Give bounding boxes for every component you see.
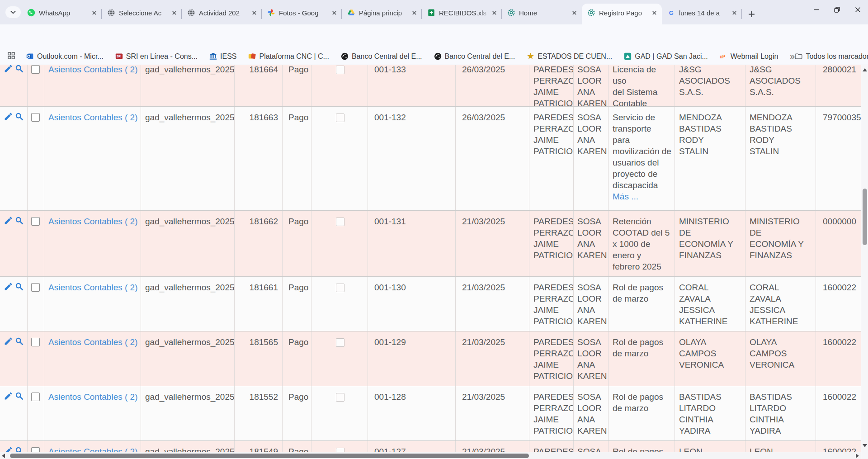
fingads-gear-icon — [507, 9, 515, 17]
status-checkbox[interactable] — [336, 393, 344, 402]
tab-recibidos[interactable]: RECIBIDOS.xls — [422, 4, 502, 24]
tab-seleccione[interactable]: Seleccione Ac — [102, 4, 182, 24]
bookmark-iess[interactable]: IESS — [209, 52, 236, 61]
edit-icon[interactable] — [4, 216, 13, 225]
edit-icon[interactable] — [4, 65, 13, 73]
all-bookmarks-button[interactable]: Todos los marcadores — [795, 52, 868, 61]
status-checkbox[interactable] — [336, 218, 344, 226]
bookmark-banco-central-2[interactable]: Banco Central del E... — [434, 52, 515, 61]
scroll-right-icon[interactable] — [855, 454, 859, 458]
tab-close-icon[interactable] — [490, 9, 498, 17]
elaborado-cell: PAREDES PERRAZO JAIME PATRICIO — [533, 336, 571, 382]
svg-text:G: G — [669, 9, 674, 16]
date-cell: 26/03/2025 — [462, 112, 526, 123]
tab-close-icon[interactable] — [570, 9, 578, 17]
beneficiario2-cell: MINISTERIO DE ECONOMÍA Y FINANZAS — [750, 216, 813, 261]
bookmark-banco-central-1[interactable]: Banco Central del E... — [341, 52, 422, 61]
asientos-contables-link[interactable]: Asientos Contables ( 2) — [48, 283, 138, 292]
bookmark-outlook[interactable]: Outlook.com - Micr... — [26, 52, 104, 61]
aprobado-cell: SOSA LOOR ANA KAREN — [577, 282, 605, 327]
edit-icon[interactable] — [4, 112, 13, 121]
tab-close-icon[interactable] — [90, 9, 98, 17]
apps-grid-icon[interactable] — [7, 52, 15, 62]
asientos-contables-link[interactable]: Asientos Contables ( 2) — [48, 217, 138, 226]
bookmark-label: Banco Central del E... — [352, 52, 422, 61]
status-checkbox[interactable] — [336, 284, 344, 292]
scroll-down-icon[interactable] — [863, 443, 867, 448]
vertical-scrollbar-thumb[interactable] — [863, 189, 867, 245]
scroll-left-icon[interactable] — [1, 454, 6, 458]
tab-close-icon[interactable] — [250, 9, 258, 17]
beneficiario2-cell: CORAL ZAVALA JESSICA KATHERINE — [750, 282, 813, 327]
window-minimize-button[interactable] — [806, 0, 826, 19]
elaborado-cell: PAREDES PERRAZO JAIME PATRICIO — [533, 65, 571, 106]
horizontal-scrollbar-thumb[interactable] — [10, 454, 529, 458]
tab-title: RECIBIDOS.xls — [439, 9, 490, 17]
bookmark-sri[interactable]: SRI SRI en Línea - Cons... — [115, 52, 198, 61]
id-cell: 181661 — [239, 282, 278, 293]
tab-close-icon[interactable] — [730, 9, 738, 17]
beneficiario-cell: MENDOZA BASTIDAS RODY STALIN — [679, 112, 742, 157]
tab-actividad[interactable]: Actividad 202 — [182, 4, 262, 24]
tab-close-icon[interactable] — [170, 9, 178, 17]
row-checkbox[interactable] — [31, 65, 40, 74]
edit-icon[interactable] — [4, 391, 13, 401]
bookmark-webmail[interactable]: cP Webmail Login — [720, 52, 778, 61]
gold-star-icon — [527, 52, 534, 60]
new-tab-button[interactable] — [745, 8, 758, 20]
tab-whatsapp[interactable]: WhatsApp — [22, 4, 102, 24]
tab-registro-pago-active[interactable]: Registro Pago — [582, 4, 662, 24]
tab-pagina-principal[interactable]: Página princip — [342, 4, 422, 24]
table-row: Asientos Contables ( 2) gad_vallehermos_… — [0, 386, 861, 441]
bookmark-cnc[interactable]: Plataforma CNC | C... — [248, 52, 329, 61]
asientos-contables-link[interactable]: Asientos Contables ( 2) — [48, 337, 138, 347]
bookmark-gad[interactable]: GAD | GAD San Jaci... — [624, 52, 708, 61]
tab-search-button[interactable] — [5, 6, 21, 18]
search-icon[interactable] — [14, 216, 24, 225]
type-cell: Pago — [288, 65, 308, 75]
window-close-button[interactable] — [847, 0, 868, 19]
entity-cell: gad_vallehermos_2025 — [145, 391, 231, 402]
scroll-up-icon[interactable] — [863, 68, 867, 72]
type-cell: Pago — [288, 391, 308, 402]
elaborado-cell: PAREDES PERRAZO JAIME PATRICIO — [533, 112, 571, 157]
date-cell: 21/03/2025 — [462, 216, 526, 227]
asientos-contables-link[interactable]: Asientos Contables ( 2) — [48, 392, 138, 402]
tab-close-icon[interactable] — [650, 9, 658, 17]
asientos-contables-link[interactable]: Asientos Contables ( 2) — [48, 113, 138, 122]
status-checkbox[interactable] — [336, 66, 344, 74]
bookmarks-overflow-chevron[interactable]: » — [790, 51, 795, 62]
search-icon[interactable] — [14, 336, 24, 346]
horizontal-scrollbar[interactable] — [0, 452, 861, 459]
tab-title: Fotos - Goog — [279, 9, 330, 17]
row-checkbox[interactable] — [31, 217, 40, 226]
search-icon[interactable] — [14, 112, 24, 121]
status-checkbox[interactable] — [336, 114, 344, 122]
tab-lunes[interactable]: G lunes 14 de a — [662, 4, 742, 24]
edit-icon[interactable] — [4, 336, 13, 346]
date-cell: 21/03/2025 — [462, 282, 526, 293]
descripcion-cell: Rol de pagos de marzo — [613, 282, 672, 304]
row-checkbox[interactable] — [31, 393, 40, 401]
type-cell: Pago — [288, 336, 308, 348]
row-checkbox[interactable] — [31, 338, 40, 346]
row-checkbox[interactable] — [31, 113, 40, 122]
entity-cell: gad_vallehermos_2025 — [145, 112, 231, 123]
tab-close-icon[interactable] — [330, 9, 338, 17]
tab-home[interactable]: Home — [502, 4, 582, 24]
edit-icon[interactable] — [4, 282, 13, 291]
sri-icon: SRI — [115, 52, 123, 60]
search-icon[interactable] — [14, 391, 24, 401]
bookmark-estados[interactable]: ESTADOS DE CUEN... — [527, 52, 612, 61]
window-restore-button[interactable] — [826, 0, 847, 19]
row-checkbox[interactable] — [31, 283, 40, 292]
asientos-contables-link[interactable]: Asientos Contables ( 2) — [48, 65, 138, 74]
tab-close-icon[interactable] — [410, 9, 418, 17]
status-checkbox[interactable] — [336, 338, 344, 347]
vertical-scrollbar[interactable] — [861, 65, 868, 459]
search-icon[interactable] — [14, 65, 24, 73]
more-link[interactable]: Más ... — [613, 192, 638, 201]
tab-fotos[interactable]: Fotos - Goog — [262, 4, 342, 24]
tab-title: Seleccione Ac — [119, 9, 170, 17]
search-icon[interactable] — [14, 282, 24, 291]
